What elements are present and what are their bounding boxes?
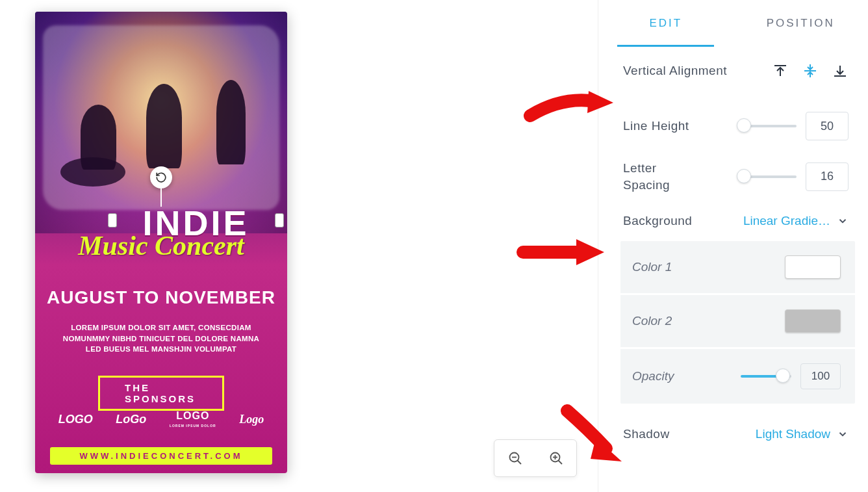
align-bottom-button[interactable] [832,62,849,79]
letter-spacing-slider[interactable] [739,175,797,178]
align-top-icon [772,63,788,79]
line-height-input[interactable]: 50 [806,112,849,140]
poster-dates-text: AUGUST TO NOVEMBER [35,287,287,308]
color1-swatch[interactable] [785,255,841,279]
sponsor-logo: LoGo [116,413,146,426]
sponsor-logo: Logo [239,413,264,426]
background-settings-panel: Color 1 Color 2 Opacity 100 [620,241,855,404]
sponsor-logos-row: LOGO LoGo LOGO LOREM IPSUM DOLOR Logo [35,411,287,428]
svg-line-1 [517,461,521,465]
zoom-out-icon [507,450,523,466]
poster-lorem-text: LOREM IPSUM DOLOR SIT AMET, CONSECDIAM N… [55,322,267,355]
rotate-handle[interactable] [150,166,172,188]
letter-spacing-input[interactable]: 16 [806,162,849,191]
tab-position[interactable]: POSITION [734,0,869,47]
poster-preview[interactable]: INDIE Music Concert AUGUST TO NOVEMBER L… [35,12,287,473]
canvas-area: INDIE Music Concert AUGUST TO NOVEMBER L… [0,0,598,492]
svg-marker-7 [587,91,613,113]
chevron-down-icon [837,215,849,227]
line-height-slider[interactable] [739,125,797,127]
slider-thumb[interactable] [737,118,751,133]
tab-edit[interactable]: EDIT [598,0,734,47]
color2-swatch[interactable] [785,309,841,333]
poster-subtitle-text: Music Concert [35,230,287,261]
shadow-dropdown[interactable]: Light Shadow [756,427,849,441]
align-bottom-icon [832,63,848,79]
resize-handle-right[interactable] [275,213,284,227]
annotation-arrow [517,233,607,272]
line-height-label: Line Height [623,118,689,135]
shadow-label: Shadow [623,426,670,443]
sponsor-logo: LOGO [58,413,93,426]
vertical-alignment-label: Vertical Alignment [623,62,727,79]
align-middle-button[interactable] [802,62,819,79]
align-top-button[interactable] [772,62,789,79]
rotate-icon [155,172,167,183]
annotation-arrow [524,83,615,129]
vertical-alignment-group [772,62,849,79]
annotation-arrow [555,403,627,468]
sponsors-box: THE SPONSORS [98,376,224,411]
background-dropdown[interactable]: Linear Gradie… [743,214,849,228]
poster-url-bar: WWW.INDIECONCERT.COM [50,447,272,465]
properties-sidebar: EDIT POSITION Vertical Alignment Line He… [598,0,868,492]
background-label: Background [623,213,692,229]
svg-marker-8 [576,239,604,265]
opacity-input[interactable]: 100 [800,363,841,389]
opacity-label: Opacity [632,369,674,383]
color2-label: Color 2 [632,314,672,328]
slider-thumb[interactable] [776,369,790,383]
letter-spacing-label: Letter Spacing [623,160,701,193]
sponsor-logo: LOGO LOREM IPSUM DOLOR [170,411,216,428]
align-middle-icon [802,63,818,79]
chevron-down-icon [837,428,849,440]
zoom-out-button[interactable] [505,448,525,468]
slider-thumb[interactable] [737,169,751,183]
color1-label: Color 1 [632,260,672,274]
sidebar-tabs: EDIT POSITION [598,0,868,47]
opacity-slider[interactable] [741,375,791,378]
resize-handle-left[interactable] [108,213,117,227]
